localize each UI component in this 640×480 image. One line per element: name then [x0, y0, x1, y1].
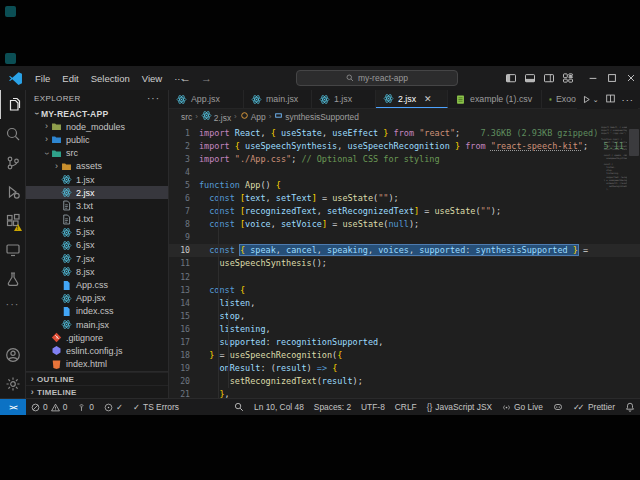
code-line-14[interactable]: 14 listen, — [169, 296, 640, 309]
code-line-20[interactable]: 20 setRecognizedText(result); — [169, 375, 640, 388]
ts-errors-task[interactable]: ✓ TS Errors — [128, 399, 184, 415]
customize-layout-icon[interactable] — [558, 66, 577, 90]
close-icon[interactable]: ✕ — [424, 94, 432, 104]
tree-item-index-css[interactable]: index.css — [26, 305, 168, 318]
code-line-10[interactable]: 10 const { speak, cancel, speaking, voic… — [169, 244, 640, 257]
testing-activity-button[interactable] — [0, 264, 25, 293]
code-line-13[interactable]: 13 const { — [169, 283, 640, 296]
code-line-9[interactable]: 9 — [169, 231, 640, 244]
tree-item-5-jsx[interactable]: 5.jsx — [26, 226, 168, 239]
editor-scrollbar[interactable] — [629, 129, 639, 156]
tree-item-node-modules[interactable]: ›node_modules — [26, 120, 168, 133]
breadcrumb[interactable]: src›2.jsx›App›synthesisSupported — [169, 109, 640, 124]
menu-view[interactable]: View — [136, 71, 168, 86]
split-editor-button[interactable] — [605, 93, 616, 106]
code-line-16[interactable]: 16 listening, — [169, 322, 640, 335]
settings-activity-button[interactable] — [0, 369, 25, 398]
tab-example-1-csv[interactable]: example (1).csv — [448, 90, 542, 108]
code-line-7[interactable]: 7 const [recognizedText, setRecognizedTe… — [169, 205, 640, 218]
tree-item-4-txt[interactable]: 4.txt — [26, 213, 168, 226]
explorer-more-icon[interactable]: ··· — [147, 93, 160, 104]
tree-item-public[interactable]: ›public — [26, 133, 168, 146]
code-line-6[interactable]: 6 const [text, setText] = useState(""); — [169, 191, 640, 204]
tab-app-jsx[interactable]: App.jsx — [169, 90, 244, 108]
tree-item-eslint-config-js[interactable]: eslint.config.js — [26, 344, 168, 357]
tree-item-7-jsx[interactable]: 7.jsx — [26, 252, 168, 265]
notifications[interactable] — [620, 399, 640, 415]
problems-indicator[interactable]: 0 0 — [26, 399, 72, 415]
remote-indicator[interactable]: >< — [0, 399, 26, 415]
maximize-icon[interactable] — [602, 66, 621, 90]
more-icon[interactable]: ··· — [0, 293, 25, 315]
tree-item-app-css[interactable]: App.css — [26, 278, 168, 291]
editor-status-check[interactable]: ✓ — [99, 399, 128, 415]
tree-item-app-jsx[interactable]: App.jsx — [26, 292, 168, 305]
language-mode[interactable]: {} JavaScript JSX — [422, 399, 497, 415]
code-line-11[interactable]: 11 useSpeechSynthesis(); — [169, 257, 640, 270]
toggle-secondary-sidebar-icon[interactable] — [539, 66, 558, 90]
command-center-search[interactable]: my-react-app — [296, 70, 458, 86]
code-line-15[interactable]: 15 stop, — [169, 309, 640, 322]
indentation[interactable]: Spaces: 2 — [309, 399, 356, 415]
remote-explorer-activity-button[interactable] — [0, 235, 25, 264]
tree-item-assets[interactable]: ›assets — [26, 160, 168, 173]
code-line-17[interactable]: 17 supported: recognitionSupported, — [169, 336, 640, 349]
code-line-21[interactable]: 21 }, — [169, 388, 640, 398]
ports-indicator[interactable]: 0 — [72, 399, 99, 415]
toggle-panel-icon[interactable] — [520, 66, 539, 90]
code-editor[interactable]: 1import React, { useState, useEffect } f… — [169, 124, 640, 398]
tab-2-jsx[interactable]: 2.jsx ✕ — [376, 90, 448, 108]
toggle-sidebar-icon[interactable] — [501, 66, 520, 90]
nav-back-icon[interactable]: ← — [180, 72, 191, 84]
run-file-button[interactable]: ⌄ — [581, 94, 599, 105]
tree-item-8-jsx[interactable]: 8.jsx — [26, 265, 168, 278]
tab-main-jsx[interactable]: main.jsx — [244, 90, 312, 108]
menu-edit[interactable]: Edit — [56, 71, 84, 86]
close-icon[interactable] — [621, 66, 640, 90]
code-line-5[interactable]: 5function App() { — [169, 178, 640, 191]
extensions-activity-button[interactable] — [0, 206, 25, 235]
explorer-activity-button[interactable] — [0, 90, 25, 119]
cursor-position[interactable]: Ln 10, Col 48 — [249, 399, 309, 415]
prettier-status[interactable]: ✓✓ Prettier — [568, 399, 620, 415]
go-live[interactable]: Go Live — [497, 399, 548, 415]
run-debug-activity-button[interactable] — [0, 177, 25, 206]
search-activity-button[interactable] — [0, 119, 25, 148]
minimap[interactable]: import React, { useState, useEffect } fr… — [601, 126, 627, 191]
section-timeline[interactable]: ›TIMELINE — [26, 385, 168, 398]
source-control-activity-button[interactable] — [0, 148, 25, 177]
breadcrumb-item[interactable]: src — [181, 112, 192, 122]
tree-item--gitignore[interactable]: .gitignore — [26, 331, 168, 344]
tree-item-2-jsx[interactable]: 2.jsx — [26, 186, 168, 199]
encoding[interactable]: UTF-8 — [356, 399, 390, 415]
code-line-18[interactable]: 18 } = useSpeechRecognition({ — [169, 349, 640, 362]
code-line-3[interactable]: 3import "./App.css"; // Optional CSS for… — [169, 152, 640, 165]
tree-item-src[interactable]: ›src — [26, 147, 168, 160]
screencast-zoom[interactable] — [229, 399, 249, 415]
breadcrumb-item[interactable]: 2.jsx — [201, 110, 231, 123]
chevron-down-icon[interactable]: ⌄ — [593, 96, 599, 104]
code-line-19[interactable]: 19 onResult: (result) => { — [169, 362, 640, 375]
tree-item-6-jsx[interactable]: 6.jsx — [26, 239, 168, 252]
minimize-icon[interactable] — [583, 66, 602, 90]
nav-forward-icon[interactable]: → — [201, 72, 212, 84]
tree-item-main-jsx[interactable]: main.jsx — [26, 318, 168, 331]
tree-item-1-jsx[interactable]: 1.jsx — [26, 173, 168, 186]
code-line-1[interactable]: 1import React, { useState, useEffect } f… — [169, 126, 640, 139]
tree-item-index-html[interactable]: index.html — [26, 358, 168, 371]
code-line-12[interactable]: 12 — [169, 270, 640, 283]
code-line-4[interactable]: 4 — [169, 165, 640, 178]
breadcrumb-item[interactable]: synthesisSupported — [274, 111, 359, 122]
breadcrumb-item[interactable]: App — [240, 111, 266, 122]
tree-item-3-txt[interactable]: 3.txt — [26, 199, 168, 212]
menu-file[interactable]: File — [29, 71, 56, 86]
editor-more-actions[interactable]: ··· — [622, 94, 635, 105]
copilot-status[interactable] — [548, 399, 568, 415]
section-outline[interactable]: ›OUTLINE — [26, 372, 168, 385]
code-line-2[interactable]: 2import { useSpeechSynthesis, useSpeechR… — [169, 139, 640, 152]
tab-1-jsx[interactable]: 1.jsx — [312, 90, 376, 108]
tree-item-my-react-app[interactable]: ›MY-REACT-APP — [26, 107, 168, 120]
eol-sequence[interactable]: CRLF — [390, 399, 422, 415]
account-activity-button[interactable] — [0, 340, 25, 369]
menu-selection[interactable]: Selection — [85, 71, 136, 86]
